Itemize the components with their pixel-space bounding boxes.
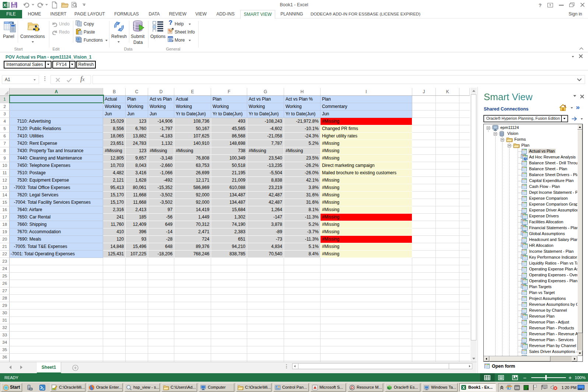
svg-text:X: X: [462, 385, 465, 390]
svg-text:Σ: Σ: [77, 37, 79, 41]
svg-text:?: ?: [169, 20, 172, 26]
svg-text:vm: vm: [515, 386, 519, 389]
